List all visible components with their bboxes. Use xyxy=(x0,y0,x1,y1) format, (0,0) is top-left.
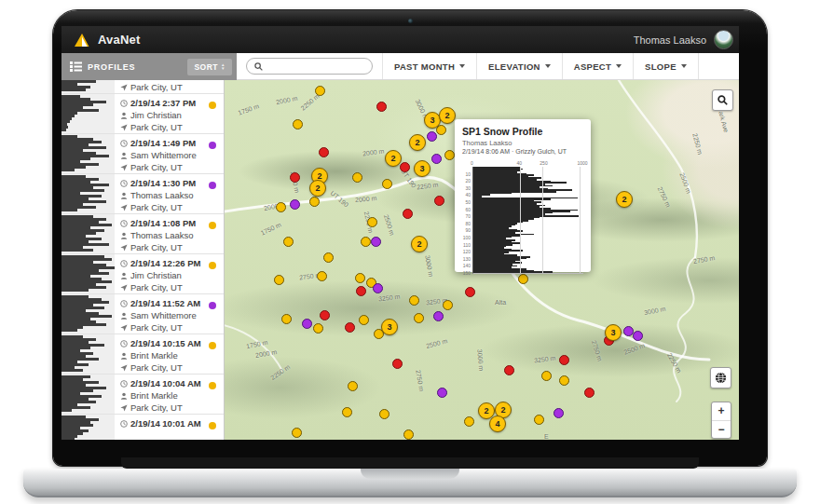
profile-list-item[interactable]: 2/19/14 10:01 AM xyxy=(62,415,224,440)
map-observation-marker[interactable] xyxy=(431,154,442,164)
chart-depth-tick: 90 xyxy=(462,227,471,233)
map-observation-marker[interactable] xyxy=(633,331,643,341)
map-cluster-marker[interactable]: 2 xyxy=(409,134,426,151)
popup-author: Thomas Laakso xyxy=(462,139,583,147)
map-observation-marker[interactable] xyxy=(465,287,475,297)
map-observation-marker[interactable] xyxy=(414,313,424,323)
main-body: Park City, UT2/19/14 2:37 PMJim Christia… xyxy=(62,80,739,440)
map-observation-marker[interactable] xyxy=(504,365,514,375)
map-observation-marker[interactable] xyxy=(464,416,474,427)
sort-label: SORT xyxy=(194,62,218,72)
map-observation-marker[interactable] xyxy=(400,162,410,172)
map-observation-marker[interactable] xyxy=(559,355,569,365)
map-cluster-marker[interactable]: 2 xyxy=(309,180,326,197)
profile-list-item[interactable]: 2/19/14 10:04 AMBrint MarklePark City, U… xyxy=(62,375,224,415)
map-observation-marker[interactable] xyxy=(355,273,365,283)
laptop-notch xyxy=(361,469,459,479)
search-input[interactable] xyxy=(266,61,354,72)
chart-x-tick: 1000 xyxy=(577,160,587,166)
map-observation-marker[interactable] xyxy=(283,237,294,247)
profile-author: Jim Christian xyxy=(120,269,224,281)
map-observation-marker[interactable] xyxy=(323,252,334,263)
map-observation-marker[interactable] xyxy=(382,179,392,189)
map-observation-marker[interactable] xyxy=(427,131,437,142)
map-observation-marker[interactable] xyxy=(313,323,323,334)
map-observation-marker[interactable] xyxy=(319,147,329,157)
map-observation-marker[interactable] xyxy=(361,237,371,247)
map-cluster-marker[interactable]: 2 xyxy=(439,107,456,124)
map-observation-marker[interactable] xyxy=(554,408,564,418)
map-observation-marker[interactable] xyxy=(345,322,355,333)
map-observation-marker[interactable] xyxy=(352,172,362,183)
map-observation-marker[interactable] xyxy=(433,311,444,321)
map-observation-marker[interactable] xyxy=(274,275,284,285)
zoom-out-button[interactable]: − xyxy=(712,421,731,439)
map-observation-marker[interactable] xyxy=(290,172,300,183)
map-observation-marker[interactable] xyxy=(434,196,444,206)
map-cluster-marker[interactable]: 2 xyxy=(411,236,428,252)
map-cluster-marker[interactable]: 2 xyxy=(385,150,402,167)
map-observation-marker[interactable] xyxy=(623,326,634,336)
map-observation-marker[interactable] xyxy=(443,300,453,310)
map-cluster-marker[interactable]: 3 xyxy=(605,324,622,341)
filter-button-past-month[interactable]: PAST MONTH xyxy=(382,53,476,79)
filter-button-slope[interactable]: SLOPE xyxy=(633,53,699,79)
zoom-in-button[interactable]: + xyxy=(712,402,731,421)
map-observation-marker[interactable] xyxy=(281,314,292,324)
filter-button-elevation[interactable]: ELEVATION xyxy=(476,53,562,79)
profile-list-item[interactable]: 2/19/14 1:08 PMThomas LaaksoPark City, U… xyxy=(62,214,224,254)
chevron-down-icon xyxy=(459,64,465,68)
map-observation-marker[interactable] xyxy=(317,271,327,281)
filter-button-aspect[interactable]: ASPECT xyxy=(562,53,633,79)
sort-button[interactable]: SORT ▲▼ xyxy=(187,59,232,75)
profile-thumbnail-chart xyxy=(62,134,115,173)
map-observation-marker[interactable] xyxy=(409,295,419,306)
map-observation-marker[interactable] xyxy=(356,286,366,296)
map-search-box[interactable] xyxy=(246,58,373,75)
map-cluster-marker[interactable]: 3 xyxy=(381,319,398,335)
map-observation-marker[interactable] xyxy=(373,283,383,293)
profile-list-item[interactable]: 2/19/14 10:15 AMBrint MarklePark City, U… xyxy=(62,334,224,375)
map-cluster-marker[interactable]: 4 xyxy=(489,415,506,432)
map-observation-marker[interactable] xyxy=(379,409,390,419)
user-name[interactable]: Thomas Laakso xyxy=(634,34,706,46)
map-observation-marker[interactable] xyxy=(290,199,300,210)
profile-list-item[interactable]: 2/19/14 1:49 PMSam WhittemorePark City, … xyxy=(62,134,224,174)
map-search-button[interactable] xyxy=(712,89,733,111)
profile-list-item[interactable]: 2/19/14 1:30 PMThomas LaaksoPark City, U… xyxy=(62,174,224,214)
map-observation-marker[interactable] xyxy=(392,359,403,369)
map-observation-marker[interactable] xyxy=(541,371,552,381)
map-layers-globe-button[interactable] xyxy=(710,367,731,388)
map-observation-marker[interactable] xyxy=(376,102,387,112)
profile-author: Jim Christian xyxy=(120,109,224,121)
map-observation-marker[interactable] xyxy=(559,375,569,386)
map-observation-marker[interactable] xyxy=(293,119,303,129)
map-observation-marker[interactable] xyxy=(342,407,352,417)
map-observation-marker[interactable] xyxy=(437,388,447,398)
map-observation-marker[interactable] xyxy=(444,150,455,160)
map-observation-marker[interactable] xyxy=(359,315,369,325)
user-avatar[interactable] xyxy=(714,30,733,49)
map-observation-marker[interactable] xyxy=(534,415,544,425)
map-cluster-marker[interactable]: 2 xyxy=(616,191,633,208)
map-observation-marker[interactable] xyxy=(309,197,320,207)
profile-list-item[interactable]: 2/19/14 11:52 AMSam WhittemorePark City,… xyxy=(62,294,224,334)
second-row: PROFILES SORT ▲▼ PAST MONTHELEVATIONASPE… xyxy=(62,53,739,80)
map-observation-marker[interactable] xyxy=(403,429,414,440)
profile-author: Sam Whittemore xyxy=(120,309,224,321)
map-observation-marker[interactable] xyxy=(371,237,381,247)
map-cluster-marker[interactable]: 3 xyxy=(414,160,430,177)
map-observation-marker[interactable] xyxy=(292,428,302,438)
map-observation-marker[interactable] xyxy=(584,388,594,398)
map-observation-marker[interactable] xyxy=(315,86,325,96)
map-observation-marker[interactable] xyxy=(367,217,377,227)
map-observation-marker[interactable] xyxy=(302,319,312,329)
profile-list-item[interactable]: 2/19/14 12:26 PMJim ChristianPark City, … xyxy=(62,254,224,294)
profile-list-item[interactable]: Park City, UT xyxy=(62,80,224,94)
map-observation-marker[interactable] xyxy=(348,381,358,391)
map-canvas[interactable]: 1750 m2000 m2250 m3000 m2000 m2500 mUT 1… xyxy=(225,80,739,440)
profile-list-item[interactable]: 2/19/14 2:37 PMJim ChristianPark City, U… xyxy=(62,94,224,134)
map-observation-marker[interactable] xyxy=(276,202,286,212)
map-observation-marker[interactable] xyxy=(403,209,413,219)
map-observation-marker[interactable] xyxy=(320,310,330,320)
